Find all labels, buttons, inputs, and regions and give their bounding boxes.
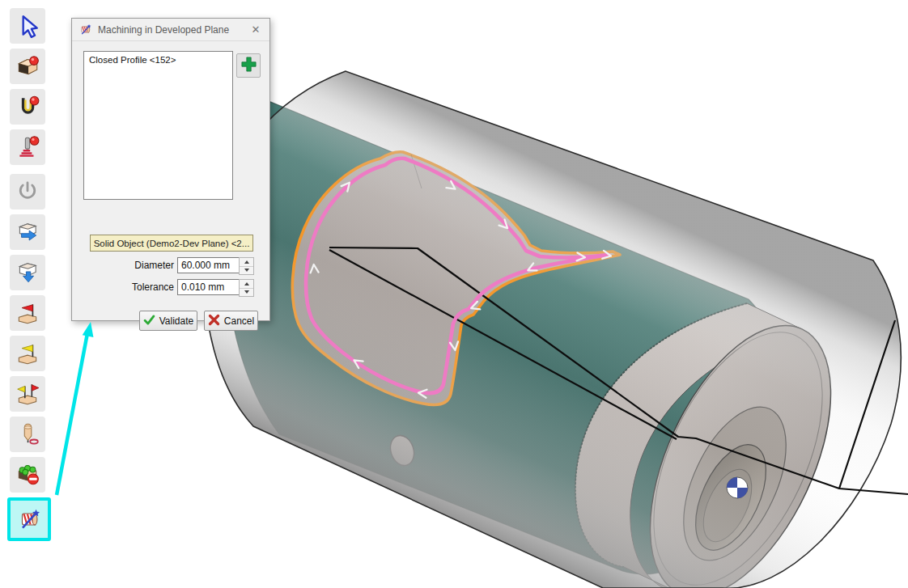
toolbar-button-center-pin[interactable] <box>10 417 45 452</box>
toolbar-button-milling-tool[interactable] <box>10 89 45 125</box>
diameter-input[interactable] <box>177 257 242 273</box>
machining-dialog: Machining in Developed Plane ✕ Closed Pr… <box>71 18 270 321</box>
solid-object-field[interactable]: Solid Object (Demo2-Dev Plane) <2... <box>90 235 253 252</box>
toolbar-button-stock-box[interactable] <box>10 49 45 84</box>
add-profile-button[interactable] <box>236 53 261 78</box>
validate-button[interactable]: Validate <box>139 311 197 331</box>
toolbar-button-red-flag[interactable] <box>10 295 45 331</box>
toolbar-button-machining-developed-plane[interactable] <box>7 497 51 541</box>
stepper-up-icon[interactable] <box>240 280 253 289</box>
toolbar-button-stock-balls-forbidden[interactable] <box>10 457 45 493</box>
stepper-up-icon[interactable] <box>240 258 253 267</box>
profiles-listbox[interactable]: Closed Profile <152> <box>83 51 233 200</box>
yellow-flag-icon <box>15 341 40 366</box>
box-arrow-down-icon <box>15 260 40 286</box>
red-flag-icon <box>15 300 40 326</box>
cancel-label: Cancel <box>224 315 254 327</box>
toolbar-button-power[interactable] <box>10 174 45 209</box>
list-item[interactable]: Closed Profile <152> <box>84 52 232 68</box>
dialog-body: Closed Profile <152> Solid Object (Demo2… <box>72 41 269 320</box>
origin-marker[interactable] <box>727 477 748 498</box>
validate-label: Validate <box>159 315 193 327</box>
stepper-down-icon[interactable] <box>240 289 253 297</box>
yellow-red-flags-icon <box>15 381 40 407</box>
tolerance-label: Tolerance <box>90 281 174 293</box>
toolbar-button-yellow-flag[interactable] <box>10 336 45 371</box>
stock-balls-forbidden-icon <box>15 462 40 488</box>
application-window: Machining in Developed Plane ✕ Closed Pr… <box>0 0 908 588</box>
close-icon[interactable]: ✕ <box>248 23 263 36</box>
stock-box-icon <box>15 53 40 79</box>
diameter-label: Diameter <box>90 260 174 271</box>
diameter-stepper[interactable] <box>239 257 254 275</box>
toolbar-button-box-arrow-right[interactable] <box>10 214 45 250</box>
power-icon <box>15 179 40 205</box>
cancel-button[interactable]: Cancel <box>204 311 258 331</box>
box-arrow-right-icon <box>15 219 40 245</box>
milling-tool-icon <box>15 94 40 120</box>
dialog-titlebar[interactable]: Machining in Developed Plane ✕ <box>72 19 269 41</box>
stock-cylinder[interactable] <box>205 71 901 588</box>
tolerance-stepper[interactable] <box>239 279 254 297</box>
toolbar-button-yellow-red-flags[interactable] <box>10 376 45 412</box>
machining-developed-plane-icon <box>78 23 92 36</box>
stepper-down-icon[interactable] <box>240 267 253 275</box>
tolerance-input[interactable] <box>177 279 242 295</box>
center-pin-icon <box>15 421 40 447</box>
toolbar-button-tool-probe-rays[interactable] <box>10 129 45 165</box>
cursor-arrow-icon <box>15 13 40 39</box>
x-icon <box>208 314 220 328</box>
toolbar-button-box-arrow-down[interactable] <box>10 255 45 290</box>
tool-probe-rays-icon <box>15 134 40 160</box>
dialog-title: Machining in Developed Plane <box>98 24 248 36</box>
green-plus-icon <box>240 56 257 75</box>
toolbar-button-cursor-arrow[interactable] <box>10 8 45 44</box>
check-icon <box>143 314 155 328</box>
machining-developed-plane-icon <box>16 506 42 532</box>
toolbar <box>10 8 51 546</box>
